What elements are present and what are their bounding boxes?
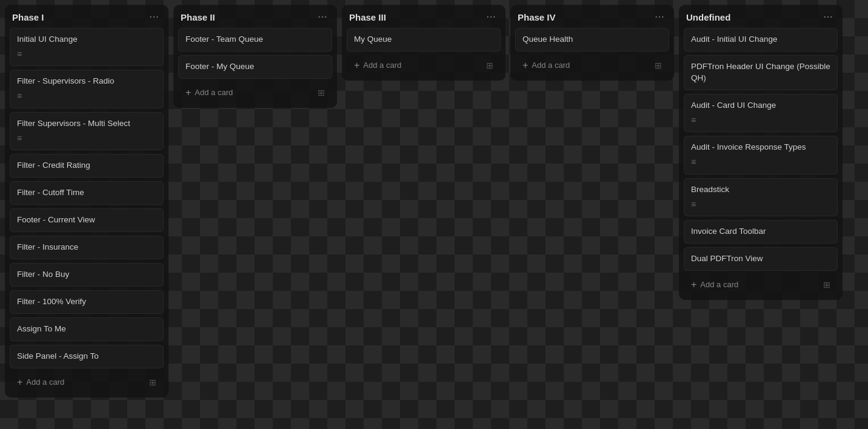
column-header-phase-iii: Phase III⋯ (342, 5, 506, 28)
column-menu-btn-phase-iii[interactable]: ⋯ (484, 11, 498, 23)
plus-icon-phase-iii: + (354, 60, 359, 71)
card-text-c8: Filter - No Buy (17, 270, 69, 279)
card-text-c15: Queue Health (522, 35, 573, 44)
card-text-c10: Assign To Me (17, 324, 66, 333)
add-card-label-phase-iii: Add a card (363, 61, 401, 70)
card-lines-icon-c3 (17, 133, 156, 145)
add-card-label-phase-ii: Add a card (195, 88, 233, 97)
column-title-phase-iv: Phase IV (518, 12, 556, 22)
card-text-c12: Footer - Team Queue (185, 35, 263, 44)
card-c20[interactable]: Breadstick (684, 178, 838, 216)
card-c3[interactable]: Filter Supervisors - Multi Select (10, 112, 164, 150)
card-c10[interactable]: Assign To Me (10, 318, 164, 341)
card-lines-icon-c2 (17, 90, 156, 102)
card-text-c5: Filter - Cutoff Time (17, 188, 84, 197)
card-c5[interactable]: Filter - Cutoff Time (10, 181, 164, 205)
column-header-phase-iv: Phase IV⋯ (510, 5, 674, 28)
card-text-c22: Dual PDFTron View (691, 254, 763, 263)
card-text-c19: Audit - Invoice Response Types (691, 142, 806, 151)
column-phase-i: Phase I⋯Initial UI ChangeFilter - Superv… (5, 5, 169, 397)
card-c13[interactable]: Footer - My Queue (178, 55, 332, 79)
column-title-phase-ii: Phase II (181, 12, 215, 22)
card-c18[interactable]: Audit - Card UI Change (684, 94, 838, 132)
plus-icon-phase-ii: + (185, 87, 191, 98)
card-c15[interactable]: Queue Health (515, 28, 669, 52)
card-text-c11: Side Panel - Assign To (17, 351, 99, 361)
column-header-phase-ii: Phase II⋯ (173, 5, 337, 28)
card-text-c9: Filter - 100% Verify (17, 297, 86, 306)
card-c17[interactable]: PDFTron Header UI Change (Possible QH) (684, 55, 838, 90)
column-header-phase-i: Phase I⋯ (5, 5, 169, 28)
card-text-c20: Breadstick (691, 185, 729, 194)
card-lines-icon-c19 (691, 156, 830, 168)
add-card-btn-phase-iv[interactable]: +Add a card⊞ (515, 55, 669, 76)
card-c7[interactable]: Filter - Insurance (10, 236, 164, 259)
cards-container-phase-i: Initial UI ChangeFilter - Supervisors - … (5, 28, 169, 368)
card-c12[interactable]: Footer - Team Queue (178, 28, 332, 52)
card-c11[interactable]: Side Panel - Assign To (10, 345, 164, 368)
card-text-c7: Filter - Insurance (17, 242, 78, 251)
card-c2[interactable]: Filter - Supervisors - Radio (10, 70, 164, 108)
card-c1[interactable]: Initial UI Change (10, 28, 164, 66)
template-icon-phase-iv: ⊞ (655, 61, 662, 70)
column-header-undefined: Undefined⋯ (679, 5, 843, 28)
template-icon-phase-ii: ⊞ (318, 88, 325, 98)
column-undefined: Undefined⋯Audit - Initial UI ChangePDFTr… (679, 5, 843, 300)
cards-container-phase-ii: Footer - Team QueueFooter - My Queue (173, 28, 337, 79)
column-menu-btn-phase-iv[interactable]: ⋯ (652, 11, 667, 23)
column-title-phase-i: Phase I (12, 12, 44, 22)
cards-container-phase-iv: Queue Health (510, 28, 674, 52)
card-text-c13: Footer - My Queue (185, 62, 254, 71)
card-text-c21: Invoice Card Toolbar (691, 227, 766, 236)
card-text-c6: Footer - Current View (17, 215, 95, 224)
plus-icon-undefined: + (691, 279, 696, 290)
add-card-btn-phase-iii[interactable]: +Add a card⊞ (347, 55, 501, 76)
card-c16[interactable]: Audit - Initial UI Change (684, 28, 838, 52)
card-c4[interactable]: Filter - Credit Rating (10, 154, 164, 178)
card-c19[interactable]: Audit - Invoice Response Types (684, 136, 838, 174)
card-text-c2: Filter - Supervisors - Radio (17, 76, 115, 85)
card-text-c4: Filter - Credit Rating (17, 161, 90, 170)
column-title-phase-iii: Phase III (349, 12, 386, 22)
card-text-c18: Audit - Card UI Change (691, 101, 776, 110)
card-text-c14: My Queue (354, 35, 392, 44)
card-text-c16: Audit - Initial UI Change (691, 35, 778, 44)
card-text-c17: PDFTron Header UI Change (Possible QH) (691, 62, 830, 82)
cards-container-undefined: Audit - Initial UI ChangePDFTron Header … (679, 28, 843, 271)
add-card-btn-phase-i[interactable]: +Add a card⊞ (10, 372, 164, 393)
cards-container-phase-iii: My Queue (342, 28, 506, 52)
card-lines-icon-c18 (691, 115, 830, 127)
add-card-btn-undefined[interactable]: +Add a card⊞ (684, 274, 838, 295)
add-card-label-phase-i: Add a card (26, 377, 64, 387)
plus-icon-phase-iv: + (522, 60, 528, 71)
card-c8[interactable]: Filter - No Buy (10, 263, 164, 287)
column-title-undefined: Undefined (686, 12, 730, 22)
column-menu-btn-undefined[interactable]: ⋯ (821, 11, 835, 23)
column-phase-ii: Phase II⋯Footer - Team QueueFooter - My … (173, 5, 337, 108)
add-card-label-phase-iv: Add a card (532, 61, 570, 70)
card-lines-icon-c20 (691, 199, 830, 211)
card-c6[interactable]: Footer - Current View (10, 208, 164, 232)
template-icon-phase-iii: ⊞ (486, 61, 493, 70)
card-c9[interactable]: Filter - 100% Verify (10, 290, 164, 314)
card-c14[interactable]: My Queue (347, 28, 501, 52)
column-phase-iii: Phase III⋯My Queue+Add a card⊞ (342, 5, 506, 81)
card-lines-icon-c1 (17, 48, 156, 61)
card-text-c1: Initial UI Change (17, 35, 78, 44)
column-menu-btn-phase-i[interactable]: ⋯ (147, 11, 161, 23)
column-menu-btn-phase-ii[interactable]: ⋯ (315, 11, 330, 23)
column-phase-iv: Phase IV⋯Queue Health+Add a card⊞ (510, 5, 674, 81)
card-c21[interactable]: Invoice Card Toolbar (684, 220, 838, 244)
add-card-btn-phase-ii[interactable]: +Add a card⊞ (178, 82, 332, 103)
add-card-label-undefined: Add a card (700, 280, 738, 289)
template-icon-phase-i: ⊞ (149, 377, 156, 387)
plus-icon-phase-i: + (17, 377, 22, 388)
kanban-board: Phase I⋯Initial UI ChangeFilter - Superv… (0, 0, 868, 429)
card-c22[interactable]: Dual PDFTron View (684, 247, 838, 271)
template-icon-undefined: ⊞ (823, 280, 830, 290)
card-text-c3: Filter Supervisors - Multi Select (17, 119, 130, 128)
